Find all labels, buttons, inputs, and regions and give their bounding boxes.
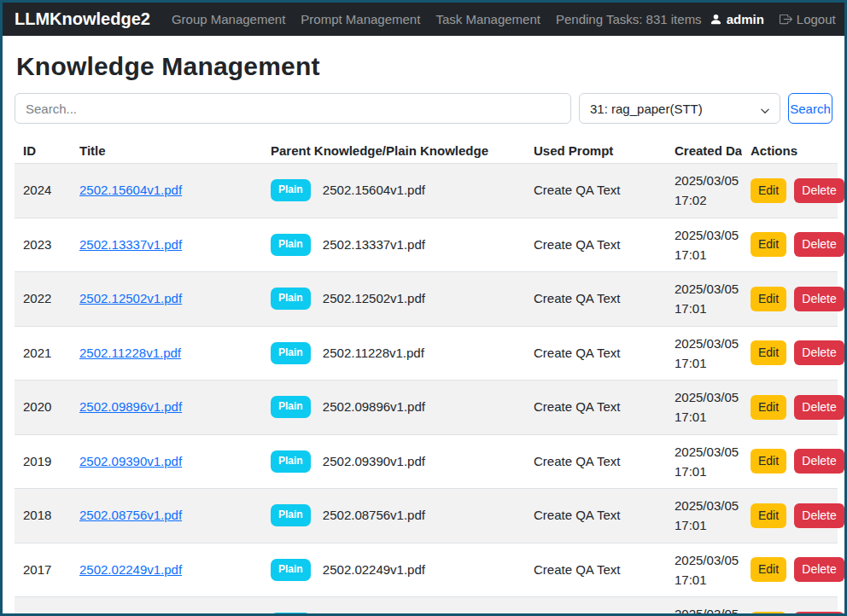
created-date: 2025/03/05 17:01: [666, 272, 742, 327]
table-body: 2024 2502.15604v1.pdf Plain 2502.15604v1…: [15, 164, 838, 616]
used-prompt: Create QA Text: [525, 543, 666, 597]
table-row: 2016 2502.01059v1.pdf Plain 2502.01059v1…: [15, 597, 838, 616]
search-bar: 31: rag_paper(STT) Search: [15, 93, 832, 124]
plain-badge: Plain: [271, 234, 311, 256]
used-prompt: Create QA Text: [525, 381, 666, 435]
delete-button[interactable]: Delete: [794, 449, 844, 474]
knowledge-title-link[interactable]: 2502.15604v1.pdf: [79, 183, 182, 197]
knowledge-title-link[interactable]: 2502.11228v1.pdf: [79, 346, 181, 360]
group-select[interactable]: 31: rag_paper(STT): [579, 93, 780, 124]
knowledge-title-link[interactable]: 2502.08756v1.pdf: [79, 508, 182, 522]
edit-button[interactable]: Edit: [751, 557, 786, 582]
table-row: 2018 2502.08756v1.pdf Plain 2502.08756v1…: [15, 489, 838, 543]
used-prompt: Create QA Text: [525, 164, 666, 218]
created-date: 2025/03/05 17:01: [666, 489, 742, 543]
plain-badge: Plain: [271, 396, 311, 418]
edit-button[interactable]: Edit: [751, 395, 786, 420]
parent-knowledge-name: 2502.09896v1.pdf: [323, 399, 425, 414]
table-row: 2022 2502.12502v1.pdf Plain 2502.12502v1…: [15, 272, 838, 327]
row-id: 2016: [15, 597, 71, 616]
main-content: Knowledge Management 31: rag_paper(STT) …: [3, 36, 844, 616]
nav-item-pending-tasks[interactable]: Pending Tasks: 831 items: [548, 12, 710, 26]
used-prompt: Create QA Text: [525, 597, 666, 616]
delete-button[interactable]: Delete: [794, 340, 844, 365]
plain-badge: Plain: [271, 288, 311, 310]
edit-button[interactable]: Edit: [751, 232, 786, 257]
created-date: 2025/03/05 17:01: [666, 381, 742, 435]
app-window: LLMKnowledge2 Group Management Prompt Ma…: [0, 0, 847, 616]
parent-knowledge-name: 2502.08756v1.pdf: [323, 508, 425, 522]
person-icon: [710, 13, 722, 26]
logout-button[interactable]: Logout: [780, 12, 836, 26]
edit-button[interactable]: Edit: [751, 449, 786, 474]
delete-button[interactable]: Delete: [794, 395, 844, 420]
brand-logo[interactable]: LLMKnowledge2: [15, 9, 150, 29]
created-date: 2025/03/05 17:01: [666, 434, 742, 489]
row-id: 2020: [15, 381, 71, 435]
delete-button[interactable]: Delete: [794, 612, 844, 616]
knowledge-title-link[interactable]: 2502.09896v1.pdf: [79, 399, 182, 414]
created-date: 2025/03/05 17:01: [666, 597, 742, 616]
search-button[interactable]: Search: [788, 93, 832, 124]
knowledge-title-link[interactable]: 2502.12502v1.pdf: [79, 291, 182, 305]
delete-button[interactable]: Delete: [794, 232, 844, 257]
column-header-created: Created Date: [666, 138, 742, 164]
row-id: 2017: [15, 543, 71, 597]
page-title: Knowledge Management: [16, 52, 832, 81]
user-menu: admin: [710, 12, 764, 26]
edit-button[interactable]: Edit: [751, 503, 786, 528]
group-select-value: 31: rag_paper(STT): [590, 102, 703, 116]
nav-links: Group Management Prompt Management Task …: [164, 12, 710, 26]
knowledge-title-link[interactable]: 2502.02249v1.pdf: [79, 562, 182, 577]
nav-item-prompt-management[interactable]: Prompt Management: [293, 12, 428, 26]
column-header-parent: Parent Knowledge/Plain Knowledge: [262, 138, 525, 164]
parent-knowledge-name: 2502.15604v1.pdf: [323, 183, 425, 197]
plain-badge: Plain: [271, 450, 311, 473]
logout-label: Logout: [797, 12, 836, 26]
table-row: 2024 2502.15604v1.pdf Plain 2502.15604v1…: [15, 164, 838, 218]
plain-badge: Plain: [271, 559, 311, 581]
plain-badge: Plain: [271, 504, 311, 526]
delete-button[interactable]: Delete: [794, 503, 844, 528]
column-header-id: ID: [15, 138, 71, 164]
used-prompt: Create QA Text: [525, 326, 666, 381]
used-prompt: Create QA Text: [525, 489, 666, 543]
delete-button[interactable]: Delete: [794, 178, 844, 203]
parent-knowledge-name: 2502.13337v1.pdf: [323, 237, 425, 252]
row-id: 2024: [15, 164, 71, 218]
parent-knowledge-name: 2502.12502v1.pdf: [323, 291, 425, 305]
nav-item-task-management[interactable]: Task Management: [428, 12, 548, 26]
edit-button[interactable]: Edit: [751, 612, 786, 616]
plain-badge: Plain: [271, 179, 311, 201]
row-id: 2022: [15, 272, 71, 327]
navbar: LLMKnowledge2 Group Management Prompt Ma…: [3, 3, 844, 36]
edit-button[interactable]: Edit: [751, 178, 786, 203]
logout-icon: [780, 13, 792, 26]
table-row: 2017 2502.02249v1.pdf Plain 2502.02249v1…: [15, 543, 838, 597]
nav-item-group-management[interactable]: Group Management: [164, 12, 293, 26]
table-row: 2021 2502.11228v1.pdf Plain 2502.11228v1…: [15, 326, 838, 381]
used-prompt: Create QA Text: [525, 272, 666, 327]
table-header-row: ID Title Parent Knowledge/Plain Knowledg…: [15, 138, 838, 164]
delete-button[interactable]: Delete: [794, 287, 844, 311]
created-date: 2025/03/05 17:01: [666, 326, 742, 381]
table-row: 2020 2502.09896v1.pdf Plain 2502.09896v1…: [15, 381, 838, 435]
column-header-actions: Actions: [742, 138, 838, 164]
knowledge-table: ID Title Parent Knowledge/Plain Knowledg…: [15, 138, 838, 616]
row-id: 2021: [15, 326, 71, 381]
column-header-title: Title: [71, 138, 262, 164]
edit-button[interactable]: Edit: [751, 340, 786, 365]
knowledge-title-link[interactable]: 2502.13337v1.pdf: [79, 237, 182, 252]
search-input[interactable]: [15, 93, 571, 124]
row-id: 2019: [15, 434, 71, 489]
created-date: 2025/03/05 17:01: [666, 218, 742, 272]
row-id: 2023: [15, 218, 71, 272]
created-date: 2025/03/05 17:02: [666, 164, 742, 218]
used-prompt: Create QA Text: [525, 218, 666, 272]
delete-button[interactable]: Delete: [794, 557, 844, 582]
chevron-down-icon: [760, 104, 770, 119]
knowledge-title-link[interactable]: 2502.09390v1.pdf: [79, 454, 182, 468]
edit-button[interactable]: Edit: [751, 287, 786, 311]
table-row: 2019 2502.09390v1.pdf Plain 2502.09390v1…: [15, 434, 838, 489]
row-id: 2018: [15, 489, 71, 543]
